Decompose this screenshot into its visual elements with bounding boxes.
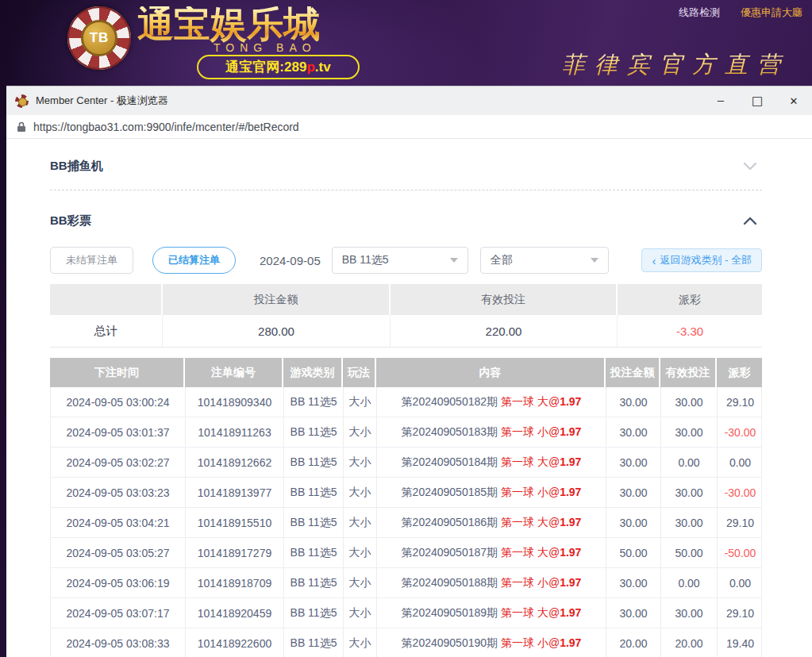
row-odds: 1.97 [560, 395, 581, 408]
row-odds: 1.97 [560, 546, 581, 559]
col-payout: 派彩 [717, 358, 762, 387]
unsettled-bets-button[interactable]: 未结算注单 [50, 247, 133, 274]
row-bet-id: 101418917279 [186, 538, 284, 567]
row-pick: 第一球 大@1.97 [501, 516, 581, 530]
row-odds: 1.97 [560, 606, 581, 619]
back-to-categories-button[interactable]: ‹返回游戏类别 - 全部 [641, 248, 762, 272]
row-play-type: 大小 [344, 598, 377, 628]
row-valid-bet: 0.00 [661, 448, 718, 477]
row-odds: 1.97 [560, 576, 581, 589]
summary-payout: -3.30 [618, 315, 762, 347]
row-play-type: 大小 [344, 417, 377, 447]
chevron-up-icon[interactable] [743, 217, 757, 225]
site-number: 289 [284, 60, 306, 75]
row-time: 2024-09-05 03:04:21 [51, 508, 186, 537]
promo-apply-link[interactable]: 優惠申請大廳 [741, 6, 802, 20]
row-bet-amount: 30.00 [606, 387, 661, 417]
summary-header-empty [50, 284, 163, 315]
row-bet-amount: 30.00 [606, 448, 661, 477]
url-text[interactable]: https://tongbao31.com:9900/infe/mcenter/… [33, 121, 299, 133]
row-time: 2024-09-05 03:05:27 [51, 538, 186, 567]
table-row: 2024-09-05 03:01:37 101418911263 BB 11选5… [51, 417, 761, 448]
summary-header-row: 投注金额 有效投注 派彩 [50, 284, 762, 315]
row-bet-id: 101418915510 [186, 508, 284, 537]
row-period: 第202409050190期 [402, 636, 498, 651]
site-banner: 线路检测 優惠申請大廳 TB 通宝娱乐城 TONG BAO 通宝官网: 289p… [0, 0, 812, 86]
col-bet: 投注金额 [606, 358, 660, 387]
chevron-down-icon[interactable] [743, 162, 757, 171]
row-content: 第202409050189期第一球 大@1.97 [377, 598, 606, 628]
row-odds: 1.97 [560, 455, 581, 468]
section-fish-header[interactable]: BB捕鱼机 [50, 153, 762, 179]
site-prefix: 通宝官网: [225, 58, 284, 76]
row-content: 第202409050182期第一球 大@1.97 [377, 387, 606, 417]
row-play-type: 大小 [344, 448, 377, 477]
row-time: 2024-09-05 03:02:27 [51, 448, 186, 477]
row-play-type: 大小 [344, 538, 377, 567]
section-lottery-header[interactable]: BB彩票 [50, 208, 762, 233]
row-pick: 第一球 大@1.97 [501, 546, 581, 560]
row-game-type: BB 11选5 [284, 598, 344, 628]
table-row: 2024-09-05 03:03:23 101418913977 BB 11选5… [51, 478, 761, 508]
line-check-link[interactable]: 线路检测 [679, 6, 720, 20]
row-pick: 第一球 小@1.97 [501, 576, 581, 590]
summary-total-label: 总计 [50, 315, 163, 347]
row-time: 2024-09-05 03:00:24 [51, 387, 186, 417]
col-game: 游戏类别 [283, 358, 343, 387]
row-content: 第202409050185期第一球 小@1.97 [377, 478, 606, 507]
row-bet-amount: 20.00 [606, 628, 661, 657]
row-content: 第202409050186期第一球 大@1.97 [377, 508, 606, 537]
row-content: 第202409050184期第一球 大@1.97 [377, 448, 606, 477]
row-game-type: BB 11选5 [284, 387, 344, 417]
section-lottery-title: BB彩票 [50, 213, 91, 229]
row-period: 第202409050184期 [402, 455, 498, 470]
row-play-type: 大小 [344, 387, 377, 417]
type-select[interactable]: 全部 [480, 247, 609, 274]
row-play-type: 大小 [344, 568, 377, 597]
row-bet-amount: 30.00 [606, 598, 661, 628]
row-pick: 第一球 大@1.97 [501, 606, 581, 620]
row-bet-amount: 30.00 [606, 417, 661, 447]
row-pick: 第一球 大@1.97 [501, 395, 581, 409]
row-valid-bet: 30.00 [661, 387, 718, 417]
section-fish-title: BB捕鱼机 [50, 159, 103, 174]
window-controls: ─ □ ✕ [702, 86, 812, 115]
chip-tb-label: TB [81, 20, 117, 56]
row-pick: 第一球 小@1.97 [501, 636, 581, 651]
table-row: 2024-09-05 03:04:21 101418915510 BB 11选5… [51, 508, 761, 538]
close-button[interactable]: ✕ [775, 86, 812, 115]
row-game-type: BB 11选5 [284, 417, 344, 447]
summary-header-bet: 投注金额 [163, 284, 391, 315]
row-bet-id: 101418911263 [186, 417, 284, 447]
row-odds: 1.97 [560, 486, 581, 498]
row-pick: 第一球 小@1.97 [501, 486, 581, 500]
col-play: 玩法 [343, 358, 376, 387]
row-content: 第202409050187期第一球 大@1.97 [377, 538, 606, 567]
minimize-button[interactable]: ─ [702, 86, 739, 115]
row-payout: 0.00 [718, 568, 763, 597]
row-period: 第202409050186期 [402, 516, 498, 530]
summary-total-row: 总计 280.00 220.00 -3.30 [50, 315, 762, 348]
row-valid-bet: 20.00 [661, 628, 718, 657]
game-select[interactable]: BB 11选5 [332, 247, 468, 274]
row-bet-amount: 30.00 [606, 508, 661, 537]
row-period: 第202409050188期 [402, 576, 498, 590]
row-payout: 0.00 [718, 448, 763, 477]
table-row: 2024-09-05 03:05:27 101418917279 BB 11选5… [51, 538, 761, 568]
row-period: 第202409050185期 [402, 486, 498, 500]
date-value[interactable]: 2024-09-05 [260, 254, 321, 267]
row-payout: 29.10 [718, 598, 763, 628]
row-odds: 1.97 [560, 425, 581, 438]
row-game-type: BB 11选5 [284, 478, 344, 507]
row-game-type: BB 11选5 [284, 508, 344, 537]
row-game-type: BB 11选5 [284, 628, 344, 657]
row-payout: -30.00 [718, 478, 763, 507]
address-bar[interactable]: https://tongbao31.com:9900/infe/mcenter/… [6, 115, 812, 139]
row-period: 第202409050187期 [402, 546, 498, 560]
maximize-button[interactable]: □ [739, 86, 775, 115]
row-payout: 29.10 [718, 508, 763, 537]
settled-bets-button[interactable]: 已结算注单 [152, 247, 236, 274]
row-bet-amount: 30.00 [606, 478, 661, 507]
dropdown-arrow-icon [450, 258, 458, 263]
row-game-type: BB 11选5 [284, 448, 344, 477]
